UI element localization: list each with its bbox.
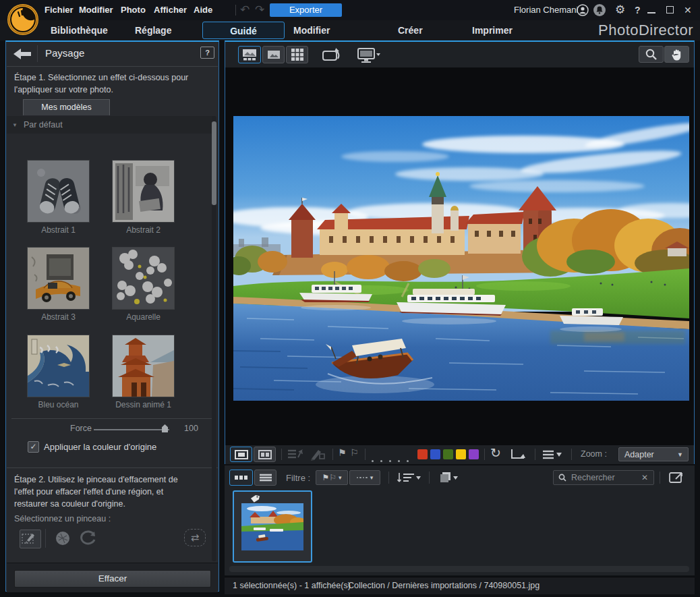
menu-aide[interactable]: Aide — [194, 0, 212, 20]
flag-pick-icon[interactable]: ⚑ — [338, 447, 347, 458]
menu-afficher[interactable]: Afficher — [154, 0, 187, 20]
original-color-checkbox[interactable]: ✓ — [28, 441, 39, 453]
zoom-label: Zoom : — [581, 449, 607, 459]
reset-brushes-icon[interactable]: ⇄ — [184, 529, 206, 546]
star-rating-dots[interactable] — [372, 453, 415, 465]
tab-bibliotheque[interactable]: Bibliothèque — [51, 22, 108, 39]
eraser-brush-button[interactable] — [80, 530, 96, 546]
round-brush-button[interactable] — [55, 530, 71, 546]
color-label-purple[interactable] — [469, 449, 479, 459]
view-mode-single-button[interactable] — [262, 46, 285, 63]
maximize-button[interactable] — [666, 6, 674, 13]
preset-abstrait-2-thumbnail[interactable] — [112, 160, 175, 223]
minimize-button[interactable] — [647, 12, 655, 13]
filter-flags-dropdown[interactable]: ⚑ ⚐ ▾ — [316, 470, 348, 485]
back-button[interactable] — [13, 48, 32, 60]
rotate-photo-icon[interactable]: ↻ — [490, 445, 501, 461]
close-button[interactable]: ✕ — [684, 0, 692, 20]
chevron-down-icon: ▾ — [370, 474, 374, 481]
preset-label: Abstrait 2 — [111, 225, 175, 235]
menu-photo[interactable]: Photo — [121, 0, 146, 20]
panel-help-icon[interactable]: ? — [200, 47, 214, 59]
tab-mes-modeles[interactable]: Mes modèles — [23, 99, 110, 115]
tab-imprimer[interactable]: Imprimer — [472, 22, 513, 39]
sort-order-dropdown[interactable] — [397, 471, 422, 484]
compare-view-button[interactable] — [254, 447, 276, 462]
zoom-level-dropdown[interactable]: Adapter ▼ — [618, 447, 689, 461]
photo-path: Collection / Dernières importations / 74… — [348, 577, 539, 594]
tab-reglage[interactable]: Réglage — [135, 22, 171, 39]
preset-abstrait-3-thumbnail[interactable] — [27, 247, 90, 310]
view-mode-grid-button[interactable] — [286, 46, 308, 63]
user-avatar-icon[interactable] — [577, 4, 589, 19]
filmstrip-thumbnail-selected[interactable] — [233, 490, 312, 563]
filter-rating-dropdown[interactable]: ▾ — [349, 470, 380, 485]
zoom-tool-button[interactable] — [639, 46, 664, 63]
section-par-defaut[interactable]: ▼Par défaut — [7, 116, 213, 134]
undo-icon[interactable]: ↶ — [240, 0, 250, 20]
user-name[interactable]: Florian Chemani — [514, 0, 578, 20]
color-label-blue[interactable] — [430, 449, 440, 459]
main-photo-wawel-castle[interactable] — [233, 116, 689, 401]
effect-erase-brush-button[interactable] — [20, 530, 41, 548]
preset-label: Dessin animé 1 — [111, 400, 175, 409]
notification-bell-icon[interactable] — [593, 4, 606, 19]
divider — [365, 449, 366, 460]
view-mode-viewer-filmstrip-button[interactable] — [238, 46, 261, 63]
rotate-view-icon[interactable] — [322, 47, 342, 63]
color-label-yellow[interactable] — [456, 449, 466, 459]
settings-gear-icon[interactable]: ⚙ — [615, 0, 625, 20]
tab-modifier[interactable]: Modifier — [293, 22, 330, 39]
menu-fichier[interactable]: Fichier — [45, 0, 74, 20]
panel-scrollbar-handle[interactable] — [212, 121, 216, 205]
open-in-new-window-icon[interactable] — [667, 470, 686, 485]
chevron-down-icon: ▼ — [677, 448, 683, 462]
menu-modifier[interactable]: Modifier — [79, 0, 113, 20]
help-icon[interactable]: ? — [635, 0, 641, 20]
color-label-red[interactable] — [417, 449, 428, 459]
brush-prompt: Sélectionnez un pinceau : — [14, 514, 111, 523]
redo-icon[interactable]: ↷ — [255, 0, 264, 20]
search-box[interactable]: ✕ — [553, 470, 654, 485]
color-label-green[interactable] — [443, 449, 453, 459]
preset-label: Bleu océan — [26, 400, 90, 409]
clear-search-icon[interactable]: ✕ — [641, 473, 648, 482]
preset-aquarelle-thumbnail[interactable] — [112, 247, 175, 310]
step1-instructions: Étape 1. Sélectionnez un effet ci-dessou… — [14, 72, 188, 96]
filmstrip-thumbnail-view-button[interactable] — [229, 470, 253, 486]
tab-guide-active[interactable]: Guidé — [202, 22, 285, 39]
preset-abstrait-1-thumbnail[interactable] — [27, 160, 90, 223]
hand-pan-tool-button[interactable] — [664, 46, 689, 63]
force-label: Force — [70, 424, 92, 433]
filmstrip-panel: Filtre : ⚑ ⚐ ▾ ▾ — [225, 465, 695, 575]
filmstrip-scrollbar-track[interactable] — [229, 566, 689, 572]
crop-photo-icon[interactable] — [511, 448, 527, 461]
step2-instructions: Étape 2. Utilisez le pinceau d'effacemen… — [14, 474, 178, 510]
force-slider-track[interactable] — [94, 429, 169, 430]
thumbnail-image — [241, 503, 303, 550]
single-view-button[interactable] — [230, 447, 252, 462]
flag-icon: ⚐ — [329, 473, 337, 482]
preset-bleu-ocean-thumbnail[interactable] — [27, 335, 90, 397]
preset-dessin-anime-1-thumbnail[interactable] — [112, 335, 175, 397]
export-button[interactable]: Exporter — [270, 3, 342, 17]
zoom-value: Adapter — [624, 450, 654, 459]
tab-creer[interactable]: Créer — [398, 22, 423, 39]
filter-label: Filtre : — [286, 473, 310, 483]
divider — [429, 472, 430, 484]
adjustment-list-icon[interactable] — [542, 448, 563, 461]
force-slider-thumb[interactable] — [162, 424, 168, 432]
divider — [281, 449, 282, 460]
selection-count: 1 sélectionnée(s) - 1 affichée(s) — [233, 577, 351, 594]
flag-reject-icon[interactable]: ⚐ — [350, 447, 359, 458]
stack-view-dropdown[interactable] — [437, 470, 460, 485]
erase-effect-button[interactable]: Effacer — [14, 570, 211, 588]
search-icon — [558, 474, 566, 482]
original-color-label[interactable]: Appliquer la couleur d'origine — [44, 442, 156, 452]
display-monitor-icon[interactable] — [357, 47, 381, 63]
search-input[interactable] — [570, 472, 636, 483]
section-collapse-icon: ▼ — [12, 122, 18, 128]
filmstrip-list-view-button[interactable] — [254, 470, 276, 486]
edit-pen-icon — [310, 448, 326, 461]
guided-effects-panel: Paysage ? Étape 1. Sélectionnez un effet… — [5, 40, 219, 592]
